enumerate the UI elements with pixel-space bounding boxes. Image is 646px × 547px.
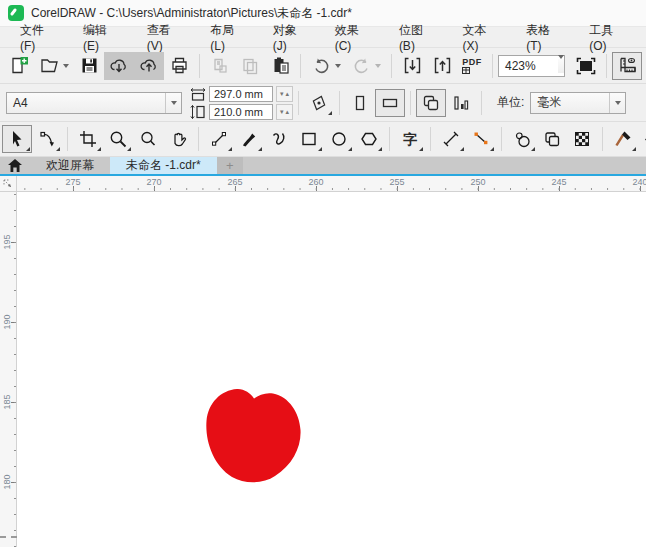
new-document-button[interactable] (4, 52, 34, 80)
toolbar-separator (492, 54, 493, 78)
toolbox: 字 (0, 122, 646, 157)
coreldraw-logo-icon (8, 5, 24, 21)
import-button[interactable] (397, 52, 427, 80)
export-button[interactable] (427, 52, 457, 80)
dimension-tool-button[interactable] (436, 125, 466, 153)
toolbar-separator (481, 91, 482, 115)
rectangle-tool-button[interactable] (294, 125, 324, 153)
toolbar-separator (430, 127, 431, 151)
connector-tool-button[interactable] (466, 125, 496, 153)
tab-welcome-screen[interactable]: 欢迎屏幕 (30, 157, 110, 174)
polygon-tool-icon (360, 130, 378, 148)
copy-button[interactable] (235, 52, 265, 80)
menu-bar: 文件(F) 编辑(E) 查看(V) 布局(L) 对象(J) 效果(C) 位图(B… (0, 27, 646, 48)
canvas-area[interactable]: 195190185180 (0, 192, 646, 547)
toolbar-separator (391, 54, 392, 78)
redo-button[interactable] (346, 52, 386, 80)
shadow-tool-button[interactable] (507, 125, 537, 153)
menu-edit[interactable]: 编辑(E) (69, 20, 133, 55)
show-rulers-button[interactable] (612, 52, 642, 80)
freehand-tool-button[interactable] (204, 125, 234, 153)
menu-object[interactable]: 对象(J) (259, 20, 321, 55)
page-height-spinner[interactable]: ▾▴ (276, 104, 293, 120)
page-height-value: 210.0 mm (214, 106, 263, 118)
crop-tool-icon (79, 130, 97, 148)
pick-tool-button[interactable] (2, 125, 32, 153)
toolbar-separator (501, 127, 502, 151)
zoom-level-caret-button[interactable] (558, 59, 564, 73)
publish-to-pdf-button[interactable]: PDF (457, 52, 487, 80)
artistic-media-tool-button[interactable] (234, 125, 264, 153)
units-combobox[interactable]: 毫米 (530, 92, 626, 114)
toolbar-separator (410, 91, 411, 115)
connector-tool-icon (472, 130, 490, 148)
ruler-origin-button[interactable] (0, 176, 17, 192)
menu-layout[interactable]: 布局(L) (196, 20, 258, 55)
open-document-button[interactable] (34, 52, 74, 80)
pick-tool-icon (8, 130, 26, 148)
page-height-field[interactable]: 210.0 mm (209, 104, 273, 120)
cloud-upload-button[interactable] (134, 52, 164, 80)
print-button[interactable] (164, 52, 194, 80)
ellipse-tool-button[interactable] (324, 125, 354, 153)
cloud-download-button[interactable] (104, 52, 134, 80)
new-tab-button[interactable]: + (217, 157, 243, 174)
undo-button[interactable] (306, 52, 346, 80)
spinner-down-icon: ▾ (280, 108, 284, 116)
h-ruler[interactable]: 275270265260255250245240 (0, 176, 646, 192)
polygon-tool-button[interactable] (354, 125, 384, 153)
home-tab-button[interactable] (0, 157, 30, 174)
toolbar-separator (389, 127, 390, 151)
zoom2-tool-button[interactable] (133, 125, 163, 153)
menu-view[interactable]: 查看(V) (133, 20, 197, 55)
page-width-spinner[interactable]: ▾▴ (276, 86, 293, 102)
zoom-tool-button[interactable] (103, 125, 133, 153)
red-apple-shape[interactable] (205, 388, 302, 483)
eyedropper-tool-button[interactable] (608, 125, 638, 153)
tab-label: 欢迎屏幕 (46, 157, 94, 174)
portrait-button[interactable] (345, 89, 375, 117)
redo-dropdown-caret (375, 64, 381, 68)
landscape-button[interactable] (375, 89, 405, 117)
menu-file[interactable]: 文件(F) (6, 20, 69, 55)
menu-table[interactable]: 表格(T) (512, 20, 575, 55)
save-button[interactable] (74, 52, 104, 80)
transparency-tool-button[interactable] (567, 125, 597, 153)
all-pages-icon (422, 94, 440, 112)
shape-tool-icon (38, 130, 56, 148)
zoom-level-combobox[interactable]: 423% (498, 55, 565, 77)
all-pages-button[interactable] (416, 89, 446, 117)
interactive-fill-tool-button[interactable] (638, 125, 646, 153)
cut-button[interactable] (205, 52, 235, 80)
fullscreen-preview-button[interactable] (571, 52, 601, 80)
page-height-icon (190, 105, 206, 119)
landscape-icon (381, 94, 399, 112)
artistic-media-tool-icon (240, 130, 258, 148)
units-caret-button[interactable] (609, 93, 625, 113)
shape-tool-button[interactable] (32, 125, 62, 153)
page-size-combobox[interactable]: A4 (6, 92, 182, 114)
contour-tool-button[interactable] (537, 125, 567, 153)
crop-tool-button[interactable] (73, 125, 103, 153)
open-dropdown-caret (63, 64, 69, 68)
menu-effects[interactable]: 效果(C) (321, 20, 385, 55)
menu-text[interactable]: 文本(X) (449, 20, 513, 55)
home-icon (8, 159, 22, 172)
copy-icon (241, 57, 259, 75)
tab-document[interactable]: 未命名 -1.cdr* (110, 157, 217, 174)
page-size-caret-button[interactable] (165, 93, 181, 113)
open-folder-icon (40, 56, 59, 75)
menu-bitmaps[interactable]: 位图(B) (385, 20, 449, 55)
page-width-field[interactable]: 297.0 mm (209, 86, 273, 102)
menu-tools[interactable]: 工具(O) (575, 20, 640, 55)
cloud-download-icon (109, 56, 129, 76)
v-ruler[interactable]: 195190185180 (0, 192, 17, 547)
toolbar-separator (298, 91, 299, 115)
pen-tool-button[interactable] (264, 125, 294, 153)
text-tool-button[interactable]: 字 (395, 125, 425, 153)
nudge-offset-button[interactable] (304, 89, 334, 117)
spinner-up-icon: ▴ (286, 108, 290, 116)
current-page-button[interactable] (446, 89, 476, 117)
paste-button[interactable] (265, 52, 295, 80)
pan-tool-button[interactable] (163, 125, 193, 153)
